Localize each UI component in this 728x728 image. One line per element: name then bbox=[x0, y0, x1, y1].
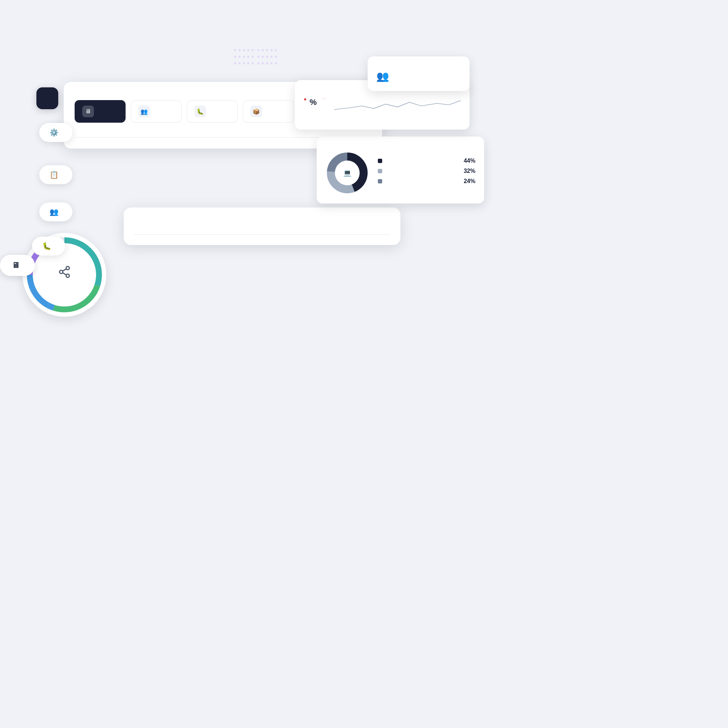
os-macos-item: 24% bbox=[378, 178, 476, 185]
asset-tab-software[interactable]: 📦 bbox=[243, 100, 294, 123]
linux-pct: 32% bbox=[464, 168, 476, 174]
col-name bbox=[124, 132, 174, 138]
vuln-icon: 🐛 bbox=[42, 242, 51, 251]
edr-trend bbox=[321, 98, 327, 100]
os-windows-item: 44% bbox=[378, 158, 476, 164]
windows-pct: 44% bbox=[464, 158, 476, 164]
integrations-tabs bbox=[134, 218, 390, 220]
linux-color-dot bbox=[378, 169, 382, 173]
col-conn-name bbox=[134, 227, 185, 235]
users-icon: 👥 bbox=[49, 208, 59, 216]
col-os bbox=[272, 132, 322, 138]
expired-accounts-card: 👥 bbox=[368, 57, 470, 91]
windows-color-dot bbox=[378, 159, 382, 163]
sidebar-item-users[interactable]: 👥 bbox=[39, 202, 72, 221]
macos-pct: 24% bbox=[464, 178, 476, 185]
col-conn-fetch bbox=[237, 227, 288, 235]
asset-tab-users[interactable]: 👥 bbox=[131, 100, 182, 123]
os-distribution-card: 💻 44% 32% bbox=[317, 136, 484, 203]
devices-icon: 🖥 bbox=[12, 261, 20, 270]
sidebar-item-policies[interactable]: 📋 bbox=[39, 165, 72, 184]
col-domain bbox=[174, 132, 223, 138]
os-linux-item: 32% bbox=[378, 168, 476, 174]
devices-tab-icon: 🖥 bbox=[82, 106, 94, 117]
software-tab-icon: 📦 bbox=[251, 106, 262, 117]
logo bbox=[37, 87, 58, 109]
macos-color-dot bbox=[378, 179, 382, 184]
edr-chart bbox=[334, 95, 461, 116]
integrations-panel bbox=[124, 208, 401, 245]
sidebar-item-vulnerabilities[interactable]: 🐛 bbox=[32, 237, 65, 255]
col-conn-id bbox=[185, 227, 237, 235]
sidebar-item-software[interactable]: ⚙️ bbox=[39, 123, 72, 142]
col-conn-status bbox=[288, 227, 339, 235]
connections-table bbox=[134, 227, 390, 235]
expired-accounts-icon: 👥 bbox=[376, 70, 389, 82]
users-tab-icon: 👥 bbox=[138, 106, 150, 117]
col-ip bbox=[223, 132, 272, 138]
policies-icon: 📋 bbox=[49, 170, 59, 179]
col-conn-actions bbox=[339, 227, 390, 235]
vuln-tab-icon: 🐛 bbox=[194, 106, 206, 117]
col-icons bbox=[75, 132, 124, 138]
sidebar-item-devices[interactable]: 🖥 bbox=[0, 255, 35, 276]
asset-tab-vulnerabilities[interactable]: 🐛 bbox=[187, 100, 238, 123]
asset-tab-devices[interactable]: 🖥 bbox=[75, 100, 125, 123]
software-icon: ⚙️ bbox=[49, 128, 59, 137]
svg-text:💻: 💻 bbox=[343, 169, 352, 177]
os-legend: 44% 32% 24% bbox=[378, 158, 476, 188]
os-donut-chart: 💻 bbox=[326, 151, 369, 195]
